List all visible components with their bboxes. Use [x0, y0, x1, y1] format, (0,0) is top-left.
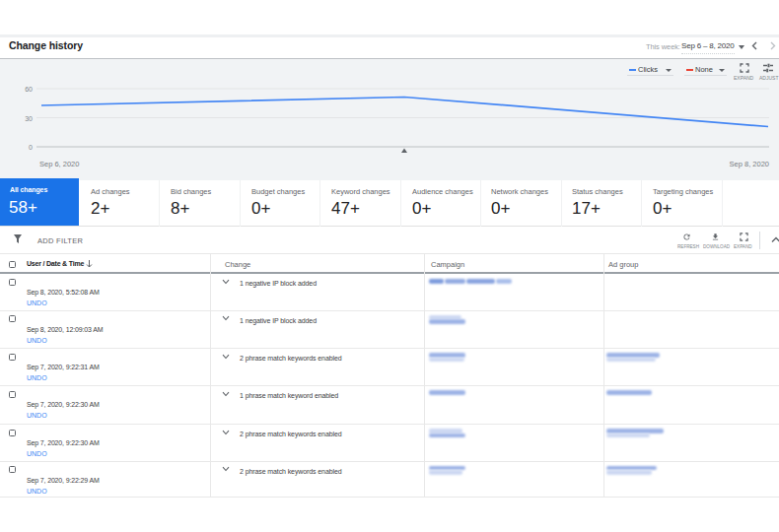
svg-text:30: 30 — [25, 115, 33, 122]
svg-text:Sep 6, 2020: Sep 6, 2020 — [39, 160, 79, 168]
svg-text:Sep 8, 2020: Sep 8, 2020 — [730, 160, 769, 168]
svg-text:60: 60 — [25, 86, 33, 93]
svg-text:0: 0 — [29, 144, 33, 151]
